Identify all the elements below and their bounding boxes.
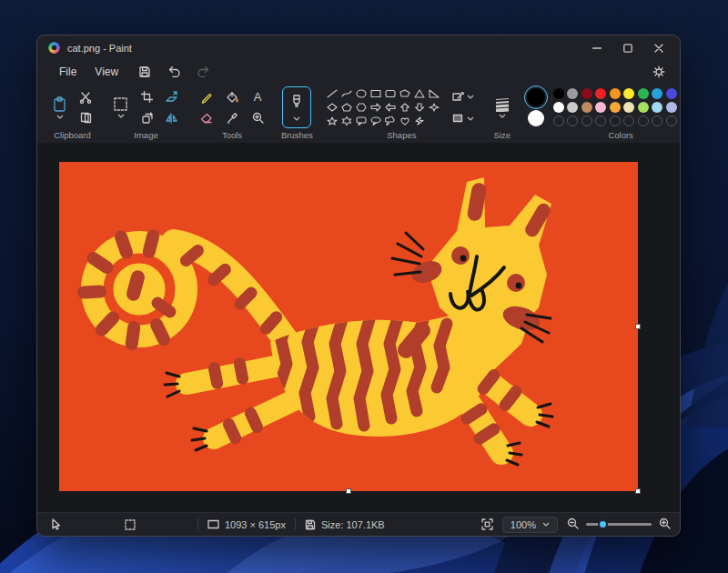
shape-rectangle[interactable] bbox=[369, 87, 383, 100]
shape-curve[interactable] bbox=[340, 87, 354, 100]
color-swatch[interactable] bbox=[553, 88, 564, 99]
color-swatch[interactable] bbox=[553, 102, 564, 113]
color-swatch[interactable] bbox=[652, 88, 662, 99]
color-swatch[interactable] bbox=[666, 88, 677, 99]
section-clipboard: Clipboard bbox=[46, 85, 98, 143]
color-swatch[interactable] bbox=[666, 102, 677, 113]
eraser-icon bbox=[200, 113, 213, 124]
color-swatch[interactable] bbox=[623, 102, 634, 113]
empty-color-slot[interactable] bbox=[610, 116, 621, 126]
empty-color-slot[interactable] bbox=[666, 116, 677, 126]
color1-swatch[interactable] bbox=[527, 88, 545, 106]
fill-tool[interactable] bbox=[221, 87, 243, 107]
shape-rounded-callout[interactable] bbox=[355, 115, 369, 127]
settings-button[interactable] bbox=[647, 63, 671, 81]
resize-button[interactable] bbox=[161, 87, 183, 107]
color-swatch[interactable] bbox=[595, 102, 606, 113]
eraser-tool[interactable] bbox=[196, 108, 217, 128]
shape-right-arrow[interactable] bbox=[369, 101, 383, 114]
color-swatch[interactable] bbox=[581, 102, 592, 113]
shape-diamond[interactable] bbox=[326, 101, 339, 114]
text-tool[interactable]: A bbox=[247, 87, 268, 107]
select-button[interactable] bbox=[109, 95, 132, 120]
section-tools: A Tools bbox=[194, 85, 270, 143]
zoom-in-button[interactable] bbox=[659, 518, 671, 531]
shape-five-point-star[interactable] bbox=[326, 115, 339, 127]
shape-oval[interactable] bbox=[355, 87, 369, 100]
color-swatch[interactable] bbox=[610, 102, 621, 113]
color-swatch[interactable] bbox=[595, 88, 606, 99]
color-swatch[interactable] bbox=[567, 88, 578, 99]
shape-rounded-rectangle[interactable] bbox=[384, 87, 398, 100]
color-swatch[interactable] bbox=[680, 88, 681, 99]
pencil-tool[interactable] bbox=[196, 87, 217, 107]
color-swatch[interactable] bbox=[638, 102, 649, 113]
shape-left-arrow[interactable] bbox=[384, 101, 398, 114]
color-swatch[interactable] bbox=[623, 88, 634, 99]
close-button[interactable] bbox=[643, 37, 674, 58]
canvas-resize-handle-bottom[interactable] bbox=[346, 488, 351, 494]
zoom-slider-thumb[interactable] bbox=[598, 519, 608, 529]
copy-button[interactable] bbox=[75, 108, 96, 128]
zoom-out-button[interactable] bbox=[567, 518, 579, 531]
empty-color-slot[interactable] bbox=[553, 116, 564, 126]
canvas-resize-handle-right[interactable] bbox=[635, 324, 641, 329]
color-swatch[interactable] bbox=[567, 102, 578, 113]
empty-color-slot[interactable] bbox=[680, 116, 681, 126]
shape-outline-icon bbox=[452, 91, 464, 102]
empty-color-slot[interactable] bbox=[567, 116, 578, 126]
empty-color-slot[interactable] bbox=[595, 116, 606, 126]
color-swatch[interactable] bbox=[581, 88, 592, 99]
shape-pentagon[interactable] bbox=[340, 101, 354, 114]
shape-cloud-callout[interactable] bbox=[384, 115, 398, 127]
menu-file[interactable]: File bbox=[50, 63, 86, 81]
zoom-value: 100% bbox=[511, 519, 536, 530]
empty-color-slot[interactable] bbox=[623, 116, 634, 126]
undo-button[interactable] bbox=[162, 63, 186, 81]
magnifier-tool[interactable] bbox=[247, 108, 268, 128]
shape-lightning[interactable] bbox=[413, 115, 427, 127]
minimize-button[interactable] bbox=[581, 37, 612, 58]
empty-color-slot[interactable] bbox=[581, 116, 592, 126]
color2-swatch[interactable] bbox=[528, 110, 544, 126]
shape-polygon[interactable] bbox=[399, 87, 412, 100]
zoom-dropdown[interactable]: 100% bbox=[502, 517, 558, 533]
menu-view[interactable]: View bbox=[86, 63, 127, 81]
cut-button[interactable] bbox=[75, 87, 96, 107]
color-swatch[interactable] bbox=[610, 88, 621, 99]
fit-to-window-button[interactable] bbox=[481, 518, 493, 530]
shape-up-arrow[interactable] bbox=[399, 101, 412, 114]
shape-down-arrow[interactable] bbox=[413, 101, 427, 114]
shape-heart[interactable] bbox=[399, 115, 412, 127]
size-button[interactable] bbox=[490, 96, 514, 120]
color-picker-tool[interactable] bbox=[221, 108, 243, 128]
brushes-button[interactable] bbox=[282, 86, 311, 128]
color-swatch[interactable] bbox=[680, 102, 681, 113]
crop-button[interactable] bbox=[136, 87, 157, 107]
shape-right-triangle[interactable] bbox=[428, 87, 441, 100]
shape-four-point-star[interactable] bbox=[428, 101, 441, 114]
shape-triangle[interactable] bbox=[413, 87, 427, 100]
shapes-label: Shapes bbox=[387, 128, 416, 140]
shape-line[interactable] bbox=[326, 87, 339, 100]
shape-fill-button[interactable] bbox=[449, 111, 478, 126]
shape-oval-callout[interactable] bbox=[369, 115, 383, 127]
shape-outline-button[interactable] bbox=[449, 89, 478, 104]
flip-button[interactable] bbox=[161, 108, 183, 128]
shape-six-point-star[interactable] bbox=[340, 115, 354, 127]
paint-canvas[interactable] bbox=[59, 162, 638, 491]
shape-hexagon[interactable] bbox=[355, 101, 369, 114]
window-title: cat.png - Paint bbox=[67, 43, 132, 54]
paste-button[interactable] bbox=[48, 95, 71, 121]
color-swatch[interactable] bbox=[652, 102, 662, 113]
zoom-slider[interactable] bbox=[586, 523, 652, 526]
statusbar: 1093 × 615px Size: 107.1KB 100% bbox=[37, 512, 680, 536]
maximize-button[interactable] bbox=[612, 37, 643, 58]
save-button[interactable] bbox=[133, 63, 157, 81]
empty-color-slot[interactable] bbox=[652, 116, 662, 126]
color-swatch[interactable] bbox=[638, 88, 649, 99]
empty-color-slot[interactable] bbox=[638, 116, 649, 126]
redo-button[interactable] bbox=[191, 63, 215, 81]
rotate-button[interactable] bbox=[136, 108, 157, 128]
canvas-resize-handle-corner[interactable] bbox=[635, 488, 641, 494]
